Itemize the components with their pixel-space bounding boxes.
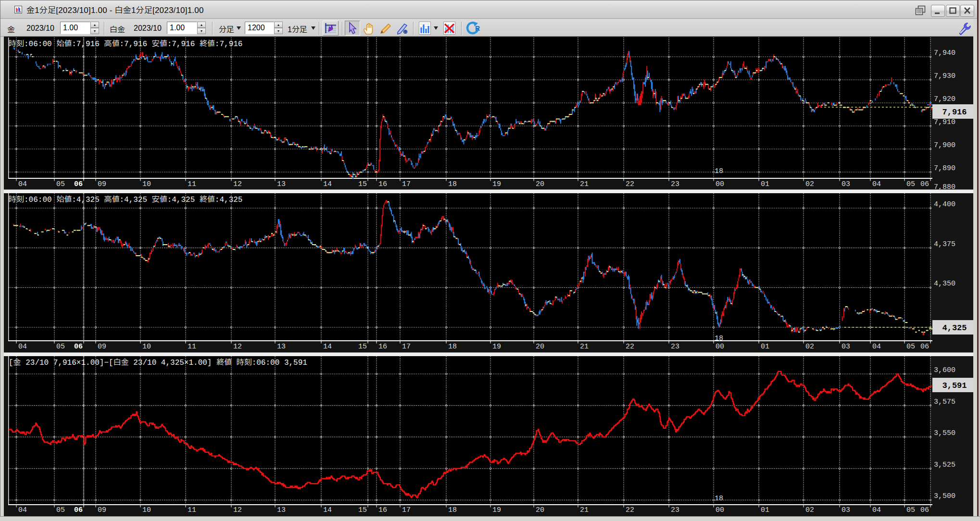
svg-text:02: 02 [805,343,814,351]
svg-text:06: 06 [920,506,929,514]
svg-text:4,400: 4,400 [934,200,955,209]
svg-text:00: 00 [716,506,724,514]
svg-text:3,575: 3,575 [934,398,955,406]
svg-text:時刻:06:00 始値:4,325 高値:4,325 安値:: 時刻:06:00 始値:4,325 高値:4,325 安値:4,325 終値:4… [9,195,242,204]
svg-text:13: 13 [277,506,286,514]
svg-text:03: 03 [842,506,850,514]
svg-text:03: 03 [842,180,850,188]
svg-text:11: 11 [188,506,196,514]
svg-text:15: 15 [358,506,367,514]
svg-text:時刻:06:00 始値:7,916 高値:7,916 安値:: 時刻:06:00 始値:7,916 高値:7,916 安値:7,916 終値:7… [9,39,242,49]
svg-text:[金 23/10 7,916×1.00]−[白金 23/10: [金 23/10 7,916×1.00]−[白金 23/10 4,325×1.0… [9,358,307,367]
svg-text:3,500: 3,500 [934,492,955,500]
svg-text:01: 01 [761,343,769,351]
svg-text:18: 18 [448,180,457,188]
svg-text:21: 21 [580,343,589,351]
svg-text:05: 05 [56,343,65,351]
svg-text:05: 05 [56,506,65,514]
svg-text:05: 05 [56,180,65,188]
svg-text:06: 06 [920,180,929,188]
svg-text:7,900: 7,900 [934,141,955,149]
svg-text:04: 04 [872,506,881,514]
svg-text:04: 04 [18,506,27,514]
svg-text:3,591: 3,591 [942,381,967,390]
svg-text:05: 05 [906,343,915,351]
svg-text:02: 02 [805,506,814,514]
svg-text:19: 19 [492,343,501,351]
svg-text:05: 05 [906,506,915,514]
svg-text:20: 20 [536,180,544,188]
svg-text:17: 17 [402,180,411,188]
svg-text:04: 04 [18,343,27,351]
svg-text:18: 18 [715,335,723,343]
svg-text:17: 17 [402,343,411,351]
svg-text:12: 12 [233,343,242,351]
svg-text:23: 23 [671,343,679,351]
svg-text:00: 00 [716,180,724,188]
svg-text:23: 23 [671,180,679,188]
svg-text:18: 18 [715,167,723,175]
svg-text:13: 13 [277,343,286,351]
svg-text:03: 03 [842,343,850,351]
svg-text:20: 20 [536,343,544,351]
svg-text:4,350: 4,350 [934,280,955,288]
svg-text:19: 19 [492,506,501,514]
svg-text:17: 17 [402,506,411,514]
svg-text:7,920: 7,920 [934,95,955,103]
svg-text:22: 22 [626,180,634,188]
svg-text:14: 14 [323,343,332,351]
svg-text:13: 13 [277,180,286,188]
svg-text:00: 00 [716,343,724,351]
svg-text:16: 16 [378,343,387,351]
svg-text:19: 19 [492,180,501,188]
svg-text:14: 14 [323,180,332,188]
svg-text:06: 06 [74,180,83,188]
svg-text:21: 21 [580,180,589,188]
svg-text:15: 15 [358,343,367,351]
svg-text:7,880: 7,880 [934,183,955,189]
svg-text:21: 21 [580,506,589,514]
svg-text:09: 09 [98,506,106,514]
svg-text:11: 11 [188,343,196,351]
svg-text:20: 20 [536,506,544,514]
svg-text:4,325: 4,325 [942,323,967,333]
svg-text:15: 15 [358,180,367,188]
svg-text:22: 22 [626,506,634,514]
svg-text:06: 06 [920,343,929,351]
svg-text:10: 10 [142,180,151,188]
svg-text:01: 01 [761,180,769,188]
svg-text:18: 18 [715,495,723,503]
svg-text:16: 16 [378,506,387,514]
svg-text:7,890: 7,890 [934,164,955,173]
svg-text:01: 01 [761,506,769,514]
svg-text:12: 12 [233,506,242,514]
svg-text:09: 09 [98,343,106,351]
svg-text:3,600: 3,600 [934,366,955,374]
svg-text:04: 04 [872,343,881,351]
svg-text:22: 22 [626,343,634,351]
svg-text:7,916: 7,916 [942,108,967,117]
svg-text:7,910: 7,910 [934,118,955,126]
svg-text:7,940: 7,940 [934,49,955,57]
svg-text:10: 10 [142,506,151,514]
svg-text:23: 23 [671,506,679,514]
svg-text:7,930: 7,930 [934,72,955,80]
svg-text:10: 10 [142,343,151,351]
svg-text:18: 18 [448,506,457,514]
svg-text:04: 04 [872,180,881,188]
svg-text:11: 11 [188,180,196,188]
svg-text:02: 02 [805,180,814,188]
svg-text:3,550: 3,550 [934,429,955,437]
svg-text:06: 06 [74,343,83,351]
svg-text:3,525: 3,525 [934,461,955,469]
svg-text:04: 04 [18,180,27,188]
svg-text:16: 16 [378,180,387,188]
svg-text:06: 06 [74,506,83,514]
svg-text:14: 14 [323,506,332,514]
svg-text:18: 18 [448,343,457,351]
svg-text:4,375: 4,375 [934,240,955,248]
svg-text:R: R [475,25,480,32]
svg-text:05: 05 [906,180,915,188]
svg-text:12: 12 [233,180,242,188]
svg-text:09: 09 [98,180,106,188]
